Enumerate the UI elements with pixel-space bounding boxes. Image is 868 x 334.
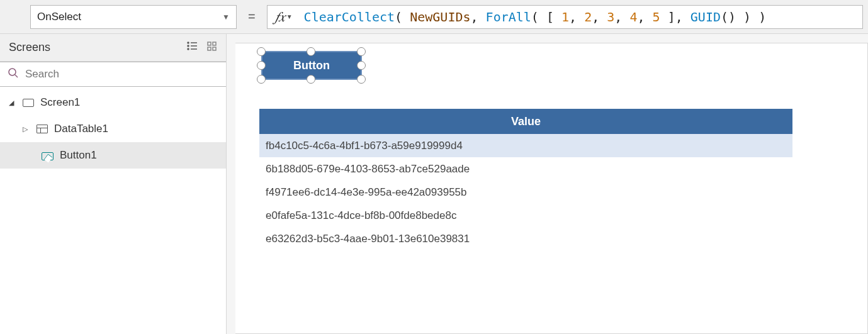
table-row[interactable]: e63262d3-b5c3-4aae-9b01-13e610e39831 [259,227,792,250]
svg-point-3 [188,42,189,43]
list-view-icon[interactable] [187,42,198,53]
svg-point-5 [188,48,189,50]
resize-handle-br[interactable] [357,75,366,84]
resize-handle-bl[interactable] [257,75,266,84]
svg-point-10 [9,69,16,75]
resize-handle-mr[interactable] [357,61,366,70]
table-row[interactable]: e0fafe5a-131c-4dce-bf8b-00fde8bede8c [259,204,792,227]
svg-rect-6 [208,42,211,45]
search-icon [8,67,19,82]
canvas[interactable]: Button Value fb4c10c5-4c6a-4bf1-b673-a59… [235,43,868,334]
tree-item-screen1[interactable]: ◢ Screen1 [0,89,226,116]
svg-rect-8 [208,47,211,50]
tree-item-datatable1[interactable]: ▷ DataTable1 [0,116,226,142]
svg-rect-9 [213,47,216,50]
resize-handle-tr[interactable] [357,47,366,56]
svg-point-4 [188,45,189,47]
table-row[interactable]: 6b188d05-679e-4103-8653-ab7ce529aade [259,157,792,181]
property-selector[interactable]: OnSelect ▼ [30,5,237,29]
resize-handle-tm[interactable] [307,47,315,56]
tree-item-label: Button1 [60,149,97,162]
search-box[interactable] [0,62,226,87]
formula-bar: OnSelect ▼ = 𝑓𝑥▼ ClearCollect( NewGUIDs,… [0,0,868,34]
table-row[interactable]: fb4c10c5-4c6a-4bf1-b673-a59e919999d4 [259,134,792,157]
panel-title: Screens [9,41,50,54]
table-header-value[interactable]: Value [259,109,792,134]
search-input[interactable] [25,68,218,81]
button-icon [42,152,54,160]
panel-header: Screens [0,34,226,62]
button-label: Button [293,59,330,72]
tree-view-panel: Screens ◢ Screen1 ▷ [0,34,227,334]
tree-item-label: Screen1 [40,96,80,109]
tree-item-button1[interactable]: Button1 [0,142,226,169]
table-row[interactable]: f4971ee6-dc14-4e3e-995a-ee42a093955b [259,181,792,204]
formula-input[interactable]: 𝑓𝑥▼ ClearCollect( NewGUIDs, ForAll( [ 1,… [267,5,863,29]
tree-item-label: DataTable1 [54,123,108,135]
screen-icon [23,99,34,107]
property-name: OnSelect [37,11,81,23]
grid-view-icon[interactable] [207,42,217,53]
resize-handle-bm[interactable] [307,75,315,84]
resize-handle-tl[interactable] [257,47,266,56]
svg-rect-7 [213,42,216,45]
chevron-down-icon: ▼ [222,13,230,21]
resize-handle-ml[interactable] [257,61,266,70]
svg-line-11 [15,75,18,77]
tree: ◢ Screen1 ▷ DataTable1 Button1 [0,87,226,169]
table-icon [37,125,48,133]
collapse-icon[interactable]: ◢ [9,99,16,107]
formula-text: ClearCollect( NewGUIDs, ForAll( [ 1, 2, … [304,9,767,25]
expand-icon[interactable]: ▷ [23,125,30,133]
fx-icon: 𝑓𝑥▼ [275,9,293,25]
equals-label: = [242,9,262,24]
data-table[interactable]: Value fb4c10c5-4c6a-4bf1-b673-a59e919999… [259,109,792,250]
